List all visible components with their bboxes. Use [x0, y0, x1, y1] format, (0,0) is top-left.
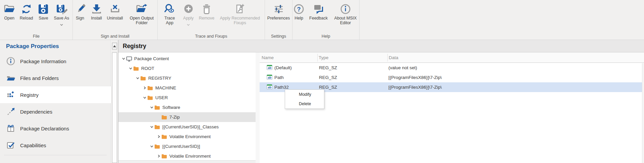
button-label: Remove [199, 16, 215, 21]
save-as-icon [55, 2, 67, 16]
value-data: [{ProgramFilesX86}]\7-Zip\ [387, 85, 644, 90]
tree-item-software[interactable]: Software [118, 103, 256, 112]
column-divider[interactable] [317, 54, 318, 62]
help-question-icon: ? [293, 2, 305, 16]
value-name: (Default) [274, 65, 292, 70]
tree-item-volatile-environment-2[interactable]: Volatile Environment [118, 151, 256, 161]
open-output-folder-button[interactable]: Open Output Folder [126, 2, 157, 25]
sign-icon [74, 2, 86, 16]
sidebar-item-package-information[interactable]: Package Information [0, 53, 111, 70]
checkbox-check-icon [6, 140, 16, 150]
column-header-data[interactable]: Data [387, 55, 644, 60]
help-button[interactable]: ? Help [292, 2, 306, 21]
tree-item-registry[interactable]: REGISTRY [118, 73, 256, 83]
scrollbar-thumb[interactable] [112, 52, 117, 163]
chevron-right-icon[interactable] [156, 154, 161, 159]
chevron-right-icon[interactable] [142, 85, 147, 91]
apply-recommended-fixups-button[interactable]: Apply Recommended Fixups [218, 2, 262, 25]
chevron-down-icon[interactable] [149, 124, 154, 130]
tree-item-label: Package Content [134, 56, 169, 61]
about-msix-editor-button[interactable]: About MSIX Editor [331, 2, 360, 25]
sign-button[interactable]: Sign [73, 2, 87, 21]
value-name: Path [274, 75, 284, 80]
tree-item-volatile-environment-1[interactable]: Volatile Environment [118, 132, 256, 141]
sidebar-item-files-and-folders[interactable]: Files and Folders [0, 70, 111, 86]
tree-item-root[interactable]: ROOT [118, 64, 256, 73]
trace-app-button[interactable]: Trace App [160, 2, 179, 25]
ribbon-group-file: Open Reload Save [0, 0, 73, 40]
chevron-down-icon[interactable] [128, 66, 133, 71]
tree-item-7zip[interactable]: 7-Zip [118, 112, 256, 122]
chevron-spacer [156, 115, 161, 120]
button-label: Apply Recommended Fixups [219, 16, 261, 25]
tree-item-machine[interactable]: MACHINE [118, 83, 256, 93]
folder-icon [161, 115, 168, 120]
column-header-name[interactable]: Name [260, 55, 317, 60]
chevron-down-icon[interactable] [149, 105, 154, 110]
context-menu: Modify Delete [285, 89, 324, 109]
tree-item-label: [{CurrentUserSID}]_Classes [162, 124, 219, 129]
table-row-default[interactable]: ab (Default) REG_SZ (value not set) [260, 63, 644, 73]
value-type: REG_SZ [317, 75, 387, 80]
tree-item-currentusersid[interactable]: [{CurrentUserSID}] [118, 141, 256, 151]
menu-item-delete[interactable]: Delete [285, 99, 324, 109]
gift-box-icon [6, 123, 16, 133]
sidebar-divider [4, 155, 107, 155]
value-data: (value not set) [387, 65, 644, 70]
open-button[interactable]: Open [2, 2, 16, 21]
string-value-icon: ab [267, 75, 272, 81]
button-label: Sign [76, 16, 84, 21]
button-label: Save [39, 16, 48, 21]
chevron-down-icon[interactable] [121, 56, 126, 62]
open-output-folder-icon [136, 2, 148, 16]
sidebar-item-package-declarations[interactable]: Package Declarations [0, 120, 111, 137]
tree-item-package-content[interactable]: Package Content [118, 54, 256, 64]
registry-tree: Package Content ROOT REGISTRY MACHINE US… [118, 52, 256, 163]
remove-button[interactable]: Remove [198, 2, 216, 21]
preferences-button[interactable]: Preferences [266, 2, 291, 21]
ribbon-group-label: Sign and Install [73, 34, 157, 39]
install-button[interactable]: Install [90, 2, 104, 21]
table-row-path[interactable]: ab Path REG_SZ [{ProgramFilesX86}]\7-Zip… [260, 73, 644, 82]
uninstall-icon [109, 2, 121, 16]
svg-text:?: ? [297, 6, 301, 13]
about-info-icon [339, 2, 352, 16]
button-label: Install [91, 16, 102, 21]
tree-item-currentusersid-classes[interactable]: [{CurrentUserSID}]_Classes [118, 122, 256, 132]
folder-icon [140, 76, 147, 81]
menu-item-modify[interactable]: Modify [285, 90, 324, 99]
uninstall-button[interactable]: Uninstall [106, 2, 124, 21]
tree-item-user[interactable]: USER [118, 93, 256, 103]
ribbon-group-label: Trace and Fixups [158, 34, 265, 39]
feedback-button[interactable]: Feedback [308, 2, 329, 21]
ribbon-group-trace-and-fixups: Trace App Apply Remove [158, 0, 265, 40]
chevron-down-icon[interactable] [142, 95, 147, 100]
tree-scrollbar-track[interactable] [256, 52, 260, 163]
chevron-down-icon [187, 21, 190, 23]
table-scrollbar-track[interactable] [642, 63, 644, 163]
column-header-type[interactable]: Type [317, 55, 387, 60]
folder-icon [133, 66, 140, 71]
tree-horizontal-scrollbar[interactable] [118, 160, 256, 163]
tree-item-label: REGISTRY [148, 76, 171, 81]
install-icon [91, 2, 103, 16]
chevron-down-icon[interactable] [135, 76, 140, 81]
button-label: Feedback [309, 16, 328, 21]
chevron-down-icon[interactable] [149, 144, 154, 149]
sidebar-item-label: Package Information [20, 58, 66, 64]
folder-icon [161, 134, 168, 139]
apply-button[interactable]: Apply [181, 2, 196, 23]
button-label: Uninstall [107, 16, 123, 21]
sidebar-item-registry[interactable]: Registry [0, 86, 111, 103]
folder-icon [154, 105, 161, 110]
tree-item-label: USER [155, 95, 168, 100]
save-as-button[interactable]: Save As [53, 2, 70, 23]
sidebar-item-capabilities[interactable]: Capabilities [0, 137, 111, 154]
string-value-icon: ab [267, 84, 272, 90]
save-button[interactable]: Save [36, 2, 50, 21]
sidebar-item-dependencies[interactable]: Dependencies [0, 103, 111, 120]
column-divider[interactable] [387, 54, 388, 62]
chevron-right-icon[interactable] [156, 134, 161, 139]
reload-button[interactable]: Reload [19, 2, 34, 21]
scroll-up-button[interactable] [112, 43, 117, 49]
